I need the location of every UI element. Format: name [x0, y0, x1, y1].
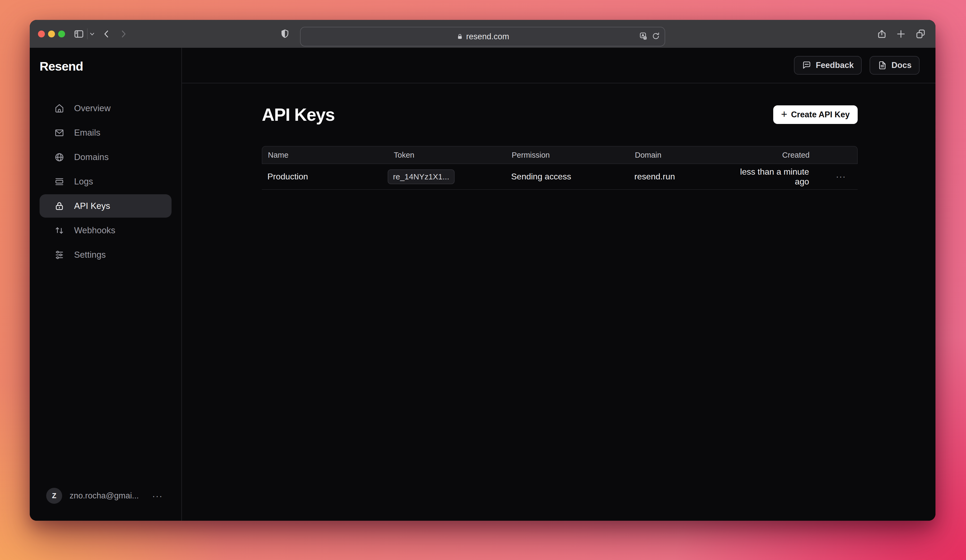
- privacy-shield-icon[interactable]: [279, 20, 291, 48]
- sidebar-item-overview[interactable]: Overview: [39, 97, 171, 120]
- avatar: Z: [46, 488, 62, 504]
- column-header-created: Created: [730, 151, 825, 159]
- table-header: Name Token Permission Domain Created: [262, 146, 858, 164]
- user-account-row[interactable]: Z zno.rocha@gmai... ···: [46, 488, 163, 504]
- feedback-button-label: Feedback: [816, 61, 854, 70]
- forward-button: [118, 20, 129, 48]
- sidebar-item-label: Settings: [74, 250, 106, 260]
- token-chip[interactable]: re_14NYz1X1...: [388, 169, 455, 184]
- sidebar-item-webhooks[interactable]: Webhooks: [39, 219, 171, 242]
- translate-icon[interactable]: [639, 31, 647, 42]
- sidebar-item-label: Overview: [74, 103, 111, 113]
- logs-icon: [54, 177, 64, 187]
- sidebar-item-label: Logs: [74, 177, 93, 187]
- cell-created: less than a minute ago: [730, 167, 824, 187]
- sidebar: Resend Overview Emails Domains: [30, 48, 182, 521]
- home-icon: [54, 103, 64, 114]
- new-tab-icon[interactable]: [895, 20, 907, 48]
- address-bar[interactable]: resend.com: [300, 27, 665, 46]
- user-menu-ellipsis-icon[interactable]: ···: [152, 491, 163, 501]
- sidebar-toggle-icon[interactable]: [73, 20, 84, 48]
- sidebar-item-settings[interactable]: Settings: [39, 243, 171, 267]
- sidebar-item-emails[interactable]: Emails: [39, 121, 171, 144]
- cell-token: re_14NYz1X1...: [387, 169, 506, 184]
- sidebar-item-label: Webhooks: [74, 225, 115, 236]
- window-controls: [38, 31, 65, 38]
- column-header-token: Token: [388, 151, 506, 159]
- chevron-down-icon[interactable]: [88, 20, 96, 48]
- back-button[interactable]: [101, 20, 112, 48]
- minimize-window-button[interactable]: [48, 31, 55, 38]
- close-window-button[interactable]: [38, 31, 45, 38]
- feedback-bubble-icon: [802, 61, 812, 70]
- sidebar-item-label: Domains: [74, 152, 108, 162]
- create-api-key-label: Create API Key: [791, 110, 850, 120]
- sidebar-item-logs[interactable]: Logs: [39, 170, 171, 193]
- cell-name: Production: [262, 172, 387, 182]
- page-topbar: Feedback Docs: [182, 48, 935, 84]
- table-row: Production re_14NYz1X1... Sending access…: [262, 164, 858, 190]
- lock-icon: [54, 201, 64, 211]
- cell-permission: Sending access: [506, 172, 629, 182]
- user-email: zno.rocha@gmai...: [69, 491, 139, 501]
- globe-icon: [54, 152, 64, 162]
- desktop-background: resend.com: [0, 0, 966, 560]
- browser-titlebar: resend.com: [30, 20, 935, 48]
- tab-overview-icon[interactable]: [915, 20, 926, 48]
- docs-button[interactable]: Docs: [870, 56, 920, 75]
- feedback-button[interactable]: Feedback: [794, 56, 862, 75]
- sidebar-nav: Overview Emails Domains Logs: [39, 97, 171, 267]
- mail-icon: [54, 128, 64, 138]
- zoom-window-button[interactable]: [58, 31, 65, 38]
- sidebar-item-domains[interactable]: Domains: [39, 146, 171, 169]
- browser-window: resend.com: [30, 20, 935, 521]
- sidebar-item-label: API Keys: [74, 201, 110, 211]
- column-header-permission: Permission: [506, 151, 629, 159]
- resend-logo: Resend: [39, 59, 83, 74]
- column-header-domain: Domain: [629, 151, 730, 159]
- document-icon: [877, 61, 887, 70]
- row-actions-ellipsis-icon[interactable]: ···: [824, 172, 858, 182]
- resend-app: Resend Overview Emails Domains: [30, 48, 935, 521]
- toolbar-divider: [87, 28, 88, 39]
- cell-domain: resend.run: [629, 172, 730, 182]
- api-keys-table: Name Token Permission Domain Created Pro…: [262, 146, 858, 190]
- create-api-key-button[interactable]: + Create API Key: [773, 105, 858, 124]
- url-text: resend.com: [466, 32, 509, 41]
- sidebar-item-label: Emails: [74, 128, 100, 138]
- arrow-up-down-icon: [54, 225, 64, 236]
- reload-icon[interactable]: [651, 31, 660, 42]
- share-icon[interactable]: [876, 20, 887, 48]
- sidebar-item-api-keys[interactable]: API Keys: [39, 194, 171, 218]
- tls-lock-icon: [456, 33, 466, 40]
- docs-button-label: Docs: [891, 61, 912, 70]
- page-content: API Keys + Create API Key Name Token Per…: [182, 84, 935, 190]
- page-title: API Keys: [262, 105, 335, 125]
- main-panel: Feedback Docs API Keys + Create API Key: [182, 48, 935, 521]
- column-header-name: Name: [262, 151, 388, 159]
- sliders-icon: [54, 250, 64, 260]
- plus-icon: +: [781, 109, 787, 120]
